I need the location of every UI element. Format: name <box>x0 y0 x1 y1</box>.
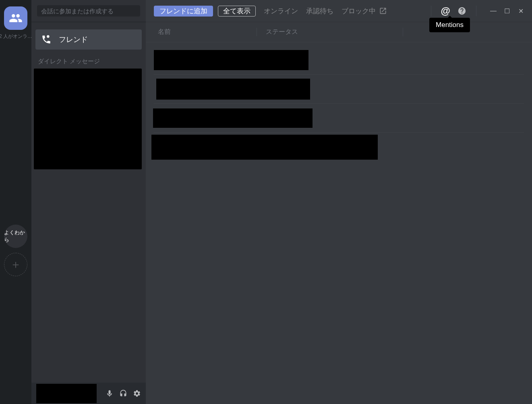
redacted <box>154 50 308 70</box>
redacted <box>151 135 378 160</box>
new-window-icon[interactable] <box>379 7 387 15</box>
help-icon[interactable] <box>457 6 466 15</box>
add-friend-button[interactable]: フレンドに追加 <box>154 6 213 17</box>
tab-blocked-wrap: ブロック中 <box>338 6 387 16</box>
friends-tab[interactable]: フレンド <box>35 29 142 50</box>
headset-icon[interactable] <box>119 389 127 398</box>
friend-row[interactable] <box>154 46 524 75</box>
user-panel <box>31 383 146 404</box>
friends-guild-icon[interactable] <box>4 6 27 30</box>
add-server-button[interactable]: ＋ <box>4 253 27 276</box>
mic-icon[interactable] <box>106 389 114 398</box>
mentions-tooltip: Mentions <box>429 18 470 32</box>
gear-icon[interactable] <box>133 389 141 398</box>
friend-row[interactable] <box>154 133 524 162</box>
phone-person-icon <box>41 34 52 45</box>
tab-all[interactable]: 全て表示 <box>218 6 256 17</box>
header-bar: フレンドに追加 全て表示 オンライン 承認待ち ブロック中 @ — ☐ ✕ <box>146 0 532 22</box>
redacted <box>156 79 310 100</box>
friends-tab-label: フレンド <box>59 35 88 44</box>
guild-server[interactable]: よくわから <box>4 225 27 248</box>
main-column: フレンドに追加 全て表示 オンライン 承認待ち ブロック中 @ — ☐ ✕ Me… <box>146 0 532 404</box>
col-status: ステータス <box>257 28 403 36</box>
header-icons: @ — ☐ ✕ <box>428 5 524 17</box>
guilds-column: 2 人がオンラ… よくわから ＋ <box>0 0 31 404</box>
friend-row[interactable] <box>154 75 524 104</box>
table-header: 名前 ステータス <box>146 22 532 42</box>
close-icon[interactable]: ✕ <box>518 7 524 15</box>
user-info-redacted <box>36 384 97 403</box>
divider <box>431 6 431 16</box>
channels-column: フレンド ダイレクト メッセージ <box>31 0 146 404</box>
tab-online[interactable]: オンライン <box>264 6 298 16</box>
dm-list-redacted <box>34 69 142 169</box>
window-controls: — ☐ ✕ <box>490 7 524 15</box>
tab-pending[interactable]: 承認待ち <box>306 6 333 16</box>
minimize-icon[interactable]: — <box>490 7 497 15</box>
people-icon <box>9 11 23 25</box>
online-count: 2 人がオンラ… <box>0 33 32 40</box>
dm-header: ダイレクト メッセージ <box>38 58 139 65</box>
friends-list <box>146 42 532 165</box>
search-input[interactable] <box>37 5 140 17</box>
friend-row[interactable] <box>154 104 524 133</box>
maximize-icon[interactable]: ☐ <box>504 7 510 15</box>
divider <box>476 6 476 16</box>
mentions-icon[interactable]: @ <box>441 5 450 17</box>
search-wrap <box>31 0 146 22</box>
redacted <box>153 108 313 128</box>
tab-blocked[interactable]: ブロック中 <box>342 6 376 16</box>
col-name: 名前 <box>158 28 257 36</box>
